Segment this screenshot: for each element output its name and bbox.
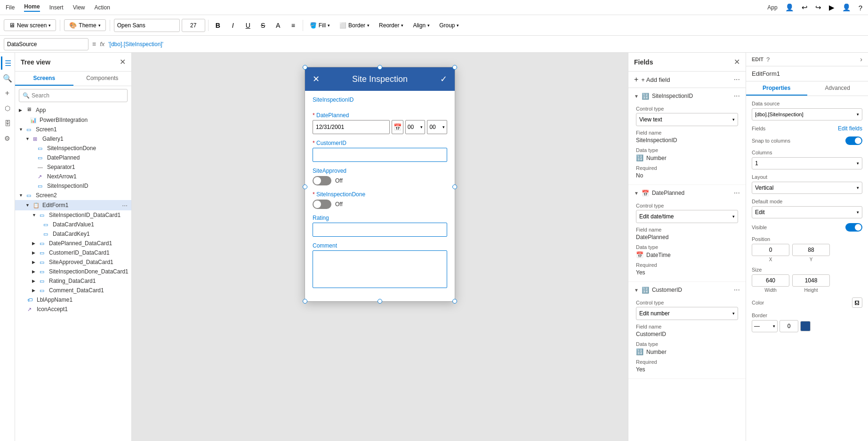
border-button[interactable]: ⬜ Border ▾ [336,20,373,31]
menu-view[interactable]: View [73,4,85,11]
tab-screens[interactable]: Screens [15,72,73,86]
menu-insert[interactable]: Insert [49,4,64,11]
tree-item-iconaccept1[interactable]: ↗ IconAccept1 [15,305,131,314]
menu-action[interactable]: Action [95,4,110,11]
customerid-input[interactable] [313,148,447,162]
tree-item-nextarrow1[interactable]: ↗ NextArrow1 [15,172,131,181]
tree-item-dc-rating[interactable]: ▶ ▭ Rating_DataCard1 [15,276,131,286]
settings-icon-btn[interactable]: ⚙ [1,132,14,145]
menu-home[interactable]: Home [24,3,40,12]
menu-file[interactable]: File [6,4,15,11]
section-more-icon[interactable]: ··· [734,92,740,100]
align-button[interactable]: ≡ [287,19,300,32]
add-field-button[interactable]: + + Add field ··· [628,72,746,88]
tree-item-powerbi[interactable]: 📊 PowerBIIntegration [15,115,131,125]
tree-item-dc1[interactable]: ▼ ▭ SiteInspectionID_DataCard1 [15,210,131,220]
form-accept-icon[interactable]: ✓ [440,74,447,84]
resize-handle-top-left[interactable] [303,65,307,70]
tab-advanced[interactable]: Advanced [807,81,868,96]
components-icon-btn[interactable]: ⬡ [1,102,14,115]
bold-button[interactable]: B [211,19,225,32]
tree-search-input[interactable] [19,89,128,102]
resize-handle-top-center[interactable] [378,65,382,70]
calendar-button[interactable]: 📅 [392,120,403,134]
edit-fields-link[interactable]: Edit fields [838,125,862,132]
rating-input[interactable] [313,223,447,237]
help-circle-icon[interactable]: ? [766,56,770,63]
tab-properties[interactable]: Properties [746,81,807,96]
resize-handle-bottom-right[interactable] [452,299,457,304]
data-icon-btn[interactable]: 🗄 [1,117,14,130]
align-text-button[interactable]: Align ▾ [409,20,434,31]
resize-handle-top-right[interactable] [452,65,457,70]
size-height-input[interactable] [792,274,830,287]
tab-components[interactable]: Components [73,72,132,86]
tree-item-dc-comment[interactable]: ▶ ▭ Comment_DataCard1 [15,286,131,295]
tree-item-gallery1[interactable]: ▼ ⊞ Gallery1 [15,134,131,144]
italic-button[interactable]: I [226,19,240,32]
undo-icon[interactable]: ↩ [802,3,808,12]
resize-handle-bottom-left[interactable] [303,299,307,304]
tree-item-dc-siteinspectiondone[interactable]: ▶ ▭ SiteInspectionDone_DataCard1 [15,267,131,276]
tree-item-screen1[interactable]: ▼ ▭ Screen1 [15,125,131,134]
formula-input[interactable] [108,38,864,50]
account-icon[interactable]: 👤 [842,3,851,12]
tree-item-siteinspectionid-gallery[interactable]: ▭ SiteInspectionID [15,181,131,191]
data-source-select[interactable]: [dbo].[SiteInspection] ▾ [752,108,862,120]
position-y-input[interactable] [792,244,830,256]
section-header-dateplanned[interactable]: ▼ 📅 DatePlanned ··· [628,185,746,201]
comment-textarea[interactable] [313,250,447,288]
tree-item-dc-dateplanned[interactable]: ▶ ▭ DatePlanned_DataCard1 [15,239,131,248]
more-fields-icon[interactable]: ··· [734,75,740,84]
treeview-icon-btn[interactable]: ☰ [1,56,14,70]
new-screen-button[interactable]: 🖥 New screen ▾ [4,19,56,31]
visible-toggle[interactable] [845,223,862,232]
underline-button[interactable]: U [241,19,255,32]
section-header-customerid[interactable]: ▼ 🔢 CustomerID ··· [628,282,746,298]
tree-item-app[interactable]: ▶ 🖥 App [15,105,131,115]
section-more-icon3[interactable]: ··· [734,286,740,294]
user-icon[interactable]: 👤 [785,3,794,12]
layout-select[interactable]: Vertical ▾ [752,182,862,194]
group-button[interactable]: Group ▾ [435,20,463,31]
minute-select[interactable]: 00▾ [427,120,447,134]
fields-close-icon[interactable]: ✕ [734,57,740,66]
border-width-input[interactable] [780,320,798,332]
insert-icon-btn[interactable]: + [1,87,14,100]
tree-item-siteinspectiondone[interactable]: ▭ SiteInspectionDone [15,144,131,153]
play-icon[interactable]: ▶ [829,3,835,12]
default-mode-select[interactable]: Edit ▾ [752,206,862,218]
section-more-icon2[interactable]: ··· [734,189,740,197]
hour-select[interactable]: 00▾ [405,120,426,134]
more-icon[interactable]: ··· [122,201,128,209]
ctrl-type-select[interactable]: View text ▾ [636,113,738,126]
ctrl-type-select-dp[interactable]: Edit date/time ▾ [636,210,738,223]
tree-item-dc-customerid[interactable]: ▶ ▭ CustomerID_DataCard1 [15,248,131,257]
snap-toggle[interactable] [845,136,862,145]
tree-item-separator1[interactable]: — Separator1 [15,162,131,172]
theme-button[interactable]: 🎨 Theme ▾ [64,19,105,31]
section-header-siteinspectionid[interactable]: ▼ 🔢 SiteInspectionID ··· [628,88,746,104]
tree-item-datacardkey1[interactable]: ▭ DataCardKey1 [15,229,131,239]
tree-item-editform1[interactable]: ▼ 📋 EditForm1 ··· [15,200,131,210]
columns-select[interactable]: 1 ▾ [752,157,862,169]
font-size-inc-button[interactable]: A [272,19,285,32]
right-panel-expand-icon[interactable]: › [860,56,862,63]
ctrl-type-select-cid[interactable]: Edit number ▾ [636,307,738,320]
search-icon-btn[interactable]: 🔍 [1,72,14,85]
tree-item-screen2[interactable]: ▼ ▭ Screen2 [15,191,131,200]
font-size-selector[interactable] [182,19,205,32]
tree-item-dc-siteapproved[interactable]: ▶ ▭ SiteApproved_DataCard1 [15,257,131,267]
strikethrough-button[interactable]: S [257,19,270,32]
fill-button[interactable]: 🪣 Fill ▾ [306,20,334,31]
date-input[interactable] [313,120,390,134]
size-width-input[interactable] [752,274,789,287]
resize-handle-left[interactable] [303,184,307,189]
redo-icon[interactable]: ↪ [815,3,821,12]
formula-name-input[interactable] [4,38,88,50]
color-swatch[interactable]: ⛾ [852,297,862,308]
resize-handle-bottom-center[interactable] [378,299,382,304]
position-x-input[interactable] [752,244,789,256]
border-style-select[interactable]: — ▾ [752,320,778,332]
resize-handle-right[interactable] [452,184,457,189]
